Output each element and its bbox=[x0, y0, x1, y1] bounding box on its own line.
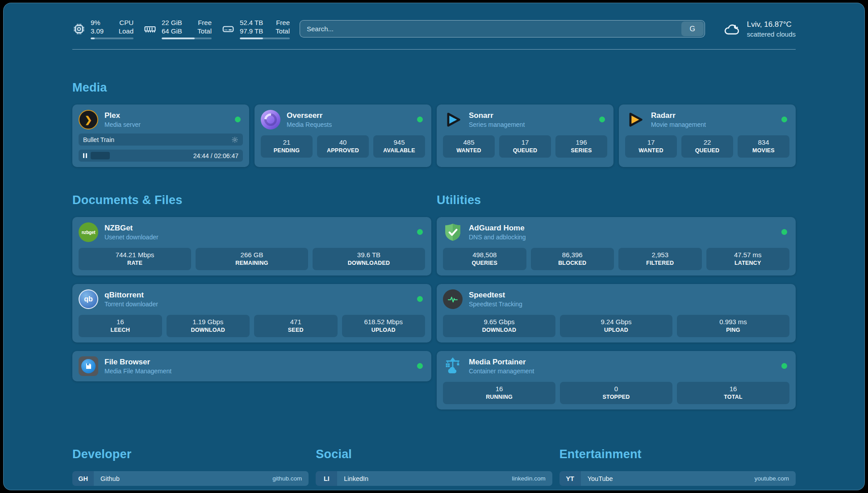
bookmark-url: youtube.com bbox=[755, 475, 789, 482]
plex-subtitle: Media server bbox=[104, 121, 141, 128]
bookmark-url: github.com bbox=[272, 475, 302, 482]
bookmark-section-social: Social LI LinkedIn linkedin.com TW Twitt… bbox=[316, 437, 552, 490]
nzbget-title: NZBGet bbox=[104, 224, 159, 233]
radarr-icon bbox=[625, 110, 645, 130]
search-engine-button[interactable]: G bbox=[681, 21, 704, 36]
memory-icon bbox=[143, 22, 157, 36]
bookmark-github[interactable]: GH Github github.com bbox=[72, 471, 309, 486]
bookmark-section-developer: Developer GH Github github.com SO StackO… bbox=[72, 437, 309, 490]
stat-download: 9.65 Gbps DOWNLOAD bbox=[443, 315, 555, 337]
stat-remaining: 266 GB REMAINING bbox=[196, 248, 308, 270]
stat-series: 196 SERIES bbox=[555, 135, 607, 158]
stat-queued: 22 QUEUED bbox=[681, 135, 733, 158]
app-card-filebrowser[interactable]: File Browser Media File Management bbox=[72, 351, 431, 381]
app-card-qbittorrent[interactable]: qb qBittorrent Torrent downloader 16 LEE… bbox=[72, 284, 431, 343]
now-playing-title: Bullet Train bbox=[83, 136, 114, 143]
overseerr-title: Overseerr bbox=[287, 111, 332, 120]
stat-download: 1.19 Gbps DOWNLOAD bbox=[167, 315, 250, 337]
section-title-media: Media bbox=[72, 81, 796, 95]
bookmark-name: Github bbox=[100, 475, 120, 482]
memory-total-value: 64 GiB bbox=[162, 27, 182, 35]
cpu-progress-bar bbox=[91, 38, 134, 39]
storage-icon bbox=[221, 22, 235, 36]
memory-progress-bar bbox=[162, 38, 212, 39]
playback-time: 24:44 / 02:06:47 bbox=[193, 152, 238, 159]
app-card-sonarr[interactable]: Sonarr Series management 485 WANTED 17 Q… bbox=[437, 104, 613, 167]
player-row: 24:44 / 02:06:47 bbox=[79, 150, 243, 162]
storage-total-value: 97.9 TB bbox=[240, 27, 263, 35]
stat-wanted: 17 WANTED bbox=[625, 135, 677, 158]
section-title-utilities: Utilities bbox=[437, 193, 796, 207]
section-utilities: Utilities AdGuard bbox=[437, 183, 796, 409]
stat-leech: 16 LEECH bbox=[79, 315, 162, 337]
bookmark-section-entertainment: Entertainment YT YouTube youtube.com NF … bbox=[559, 437, 796, 490]
stat-filtered: 2,953 FILTERED bbox=[618, 248, 702, 270]
adguard-title: AdGuard Home bbox=[469, 224, 526, 233]
section-title-documents: Documents & Files bbox=[72, 193, 431, 207]
stat-seed: 471 SEED bbox=[254, 315, 338, 337]
search-input[interactable] bbox=[300, 25, 680, 33]
cpu-stat-widget: 9% 3.09 CPU Load bbox=[72, 18, 134, 39]
overseerr-subtitle: Media Requests bbox=[287, 121, 332, 128]
weather-condition: scattered clouds bbox=[747, 30, 796, 38]
section-media: Media ❯ Plex Media server Bullet Train bbox=[72, 81, 796, 167]
overseerr-icon bbox=[261, 110, 280, 130]
app-card-adguard[interactable]: AdGuard Home DNS and adblocking 498,508 … bbox=[437, 217, 796, 276]
portainer-title: Media Portainer bbox=[469, 358, 534, 367]
app-card-portainer[interactable]: Media Portainer Container management 16 … bbox=[437, 351, 796, 409]
qbittorrent-title: qBittorrent bbox=[104, 291, 158, 300]
storage-progress-bar bbox=[240, 38, 290, 39]
speedtest-subtitle: Speedtest Tracking bbox=[469, 301, 522, 308]
bookmark-youtube[interactable]: YT YouTube youtube.com bbox=[559, 471, 796, 486]
stat-running: 16 RUNNING bbox=[443, 382, 555, 404]
memory-stat-widget: 22 GiB 64 GiB Free Total bbox=[143, 18, 212, 39]
section-title-entertainment: Entertainment bbox=[559, 447, 796, 461]
cloud-icon bbox=[723, 20, 741, 38]
storage-total-label: Total bbox=[275, 27, 290, 35]
stat-queries: 498,508 QUERIES bbox=[443, 248, 526, 270]
filebrowser-icon bbox=[79, 356, 98, 376]
storage-free-label: Free bbox=[275, 18, 290, 27]
stat-latency: 47.57 ms LATENCY bbox=[706, 248, 790, 270]
stat-total: 16 TOTAL bbox=[677, 382, 789, 404]
sonarr-icon bbox=[443, 110, 463, 130]
app-card-nzbget[interactable]: nzbget NZBGet Usenet downloader 744.21 M… bbox=[72, 217, 431, 276]
app-card-speedtest[interactable]: Speedtest Speedtest Tracking 9.65 Gbps D… bbox=[437, 284, 796, 343]
filebrowser-title: File Browser bbox=[104, 358, 171, 367]
app-card-radarr[interactable]: Radarr Movie management 17 WANTED 22 QUE… bbox=[619, 104, 796, 167]
section-title-social: Social bbox=[316, 447, 552, 461]
now-playing-row: Bullet Train bbox=[79, 134, 243, 146]
stat-available: 945 AVAILABLE bbox=[373, 135, 425, 158]
memory-free-label: Free bbox=[197, 18, 212, 27]
stat-rate: 744.21 Mbps RATE bbox=[79, 248, 191, 270]
cpu-icon bbox=[72, 22, 86, 36]
cpu-load-value: 3.09 bbox=[91, 27, 104, 35]
bookmark-linkedin[interactable]: LI LinkedIn linkedin.com bbox=[316, 471, 552, 486]
stat-upload: 618.52 Mbps UPLOAD bbox=[342, 315, 426, 337]
header: 9% 3.09 CPU Load bbox=[72, 3, 796, 50]
memory-free-value: 22 GiB bbox=[162, 18, 182, 27]
app-card-plex[interactable]: ❯ Plex Media server Bullet Train bbox=[72, 104, 249, 167]
search-bar[interactable]: G bbox=[300, 20, 705, 38]
system-stats: 9% 3.09 CPU Load bbox=[72, 18, 290, 39]
cpu-usage-value: 9% bbox=[91, 18, 104, 27]
pause-icon[interactable] bbox=[83, 153, 87, 158]
app-card-overseerr[interactable]: Overseerr Media Requests 21 PENDING 40 A… bbox=[255, 104, 431, 167]
section-title-developer: Developer bbox=[72, 447, 309, 461]
playback-progress-track[interactable] bbox=[91, 152, 189, 159]
portainer-icon bbox=[443, 356, 463, 376]
bookmark-abbr: YT bbox=[559, 471, 581, 486]
stat-pending: 21 PENDING bbox=[261, 135, 313, 158]
weather-location-temp: Lviv, 16.87°C bbox=[747, 20, 796, 29]
sonarr-title: Sonarr bbox=[469, 111, 525, 120]
stat-movies: 834 MOVIES bbox=[738, 135, 789, 158]
storage-stat-widget: 52.4 TB 97.9 TB Free Total bbox=[221, 18, 290, 39]
bookmark-name: LinkedIn bbox=[344, 475, 368, 482]
stat-upload: 9.24 Gbps UPLOAD bbox=[560, 315, 672, 337]
qbittorrent-icon: qb bbox=[79, 289, 98, 309]
settings-gear-icon[interactable] bbox=[231, 136, 238, 143]
stat-stopped: 0 STOPPED bbox=[560, 382, 672, 404]
nzbget-subtitle: Usenet downloader bbox=[104, 234, 159, 241]
stat-approved: 40 APPROVED bbox=[317, 135, 369, 158]
stat-queued: 17 QUEUED bbox=[499, 135, 551, 158]
